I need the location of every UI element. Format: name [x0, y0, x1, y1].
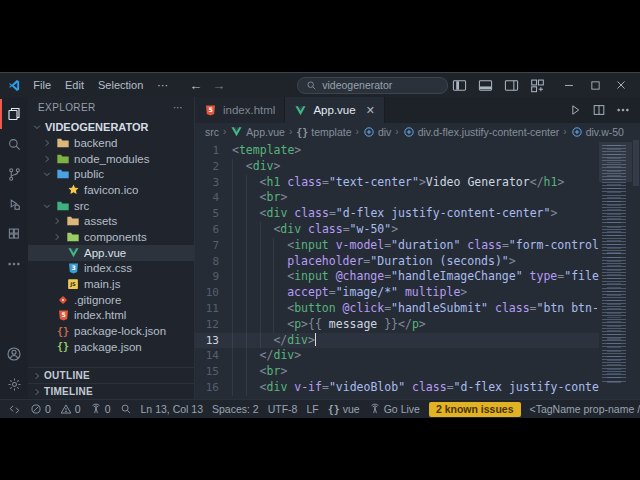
- tree-item-public[interactable]: public: [28, 166, 194, 182]
- code-line-8[interactable]: 8 placeholder="Duration (seconds)">: [195, 254, 599, 270]
- tree-item-label: main.js: [84, 278, 120, 290]
- tab-app-vue[interactable]: App.vue✕: [285, 97, 384, 123]
- tree-item-node-modules[interactable]: node_modules: [28, 151, 194, 167]
- menu-edit[interactable]: Edit: [58, 75, 91, 95]
- tab-index-html[interactable]: 5index.html: [195, 97, 285, 123]
- folder-file-icon: [56, 136, 70, 150]
- activity-search[interactable]: [0, 129, 28, 159]
- activity-explorer[interactable]: [0, 99, 28, 129]
- code-line-14[interactable]: 14 </div>: [195, 348, 599, 364]
- tree-item-main-js[interactable]: JSmain.js: [28, 276, 194, 292]
- line-number: 12: [195, 317, 232, 333]
- code-line-10[interactable]: 10 accept="image/*" multiple>: [195, 285, 599, 301]
- breadcrumb-item[interactable]: src: [205, 126, 219, 138]
- status-errors[interactable]: 0: [30, 403, 51, 415]
- code-line-11[interactable]: 11 <button @click="handleSubmit" class="…: [195, 301, 599, 317]
- explorer-sidebar: EXPLORER ⋯ VIDEOGENERATOR backendnode_mo…: [28, 97, 195, 399]
- activity-extensions[interactable]: [0, 219, 28, 249]
- timeline-section[interactable]: TIMELINE: [28, 383, 194, 399]
- code-line-15[interactable]: 15 <br>: [195, 364, 599, 380]
- tree-item-assets[interactable]: assets: [28, 213, 194, 229]
- nav-back-icon[interactable]: ←: [189, 78, 202, 93]
- tree-item-app-vue[interactable]: App.vue: [28, 245, 194, 261]
- tree-item--gitignore[interactable]: .gitignore: [28, 292, 194, 308]
- warning-icon: [60, 403, 72, 415]
- status-zoom-indicator[interactable]: [120, 403, 132, 415]
- status-remote-indicator[interactable]: [8, 403, 21, 416]
- code-line-16[interactable]: 16 <div v-if="videoBlob" class="d-flex j…: [195, 380, 599, 396]
- tree-item-favicon-ico[interactable]: favicon.ico: [28, 182, 194, 198]
- sidebar-more-icon[interactable]: ⋯: [173, 102, 184, 113]
- status-known-issues[interactable]: 2 known issues: [429, 402, 521, 417]
- code-line-5[interactable]: 5 <div class="d-flex justify-content-cen…: [195, 206, 599, 222]
- status-go-live[interactable]: Go Live: [369, 403, 420, 415]
- status-language-mode[interactable]: {}vue: [328, 403, 360, 415]
- chevron-down-icon: [32, 121, 42, 133]
- nav-forward-icon[interactable]: →: [212, 78, 225, 93]
- tree-item-index-css[interactable]: 3index.css: [28, 261, 194, 277]
- menu-selection[interactable]: Selection: [91, 75, 150, 95]
- code-line-7[interactable]: 7 <input v-model="duration" class="form-…: [195, 238, 599, 254]
- code-line-1[interactable]: 1<template>: [195, 143, 599, 159]
- breadcrumb-item[interactable]: {}template: [296, 126, 351, 138]
- layout-sidebar-right-icon[interactable]: [500, 75, 522, 95]
- tree-item-src[interactable]: src: [28, 198, 194, 214]
- status-warnings[interactable]: 0: [60, 403, 81, 415]
- activity-settings[interactable]: [0, 369, 28, 399]
- activity-account[interactable]: [0, 339, 28, 369]
- element-icon: [571, 126, 583, 138]
- activity-source-control[interactable]: [0, 159, 28, 189]
- status-eol[interactable]: LF: [306, 403, 318, 415]
- minimap[interactable]: [599, 140, 632, 399]
- code-line-9[interactable]: 9 <input @change="handleImageChange" typ…: [195, 269, 599, 285]
- layout-grid-icon[interactable]: [526, 75, 548, 95]
- code-line-3[interactable]: 3 <h1 class="text-center">Video Generato…: [195, 175, 599, 191]
- breadcrumb-item[interactable]: div.w-50: [571, 126, 624, 138]
- more-icon[interactable]: [616, 103, 630, 117]
- code-line-6[interactable]: 6 <div class="w-50">: [195, 222, 599, 238]
- star-file-icon: [66, 183, 80, 197]
- breadcrumb-separator: ›: [356, 126, 359, 137]
- breadcrumb-item[interactable]: App.vue: [230, 125, 285, 138]
- code-line-4[interactable]: 4 <br>: [195, 190, 599, 206]
- json-file-icon: {}: [56, 340, 70, 354]
- maximize-icon[interactable]: [582, 75, 608, 95]
- status-indentation[interactable]: Spaces: 2: [212, 403, 259, 415]
- command-center-search[interactable]: videogenerator: [297, 77, 448, 94]
- status-tag-helper[interactable]: <TagName prop-name />: [530, 403, 640, 415]
- error-icon: [30, 403, 42, 415]
- status-encoding[interactable]: UTF-8: [268, 403, 298, 415]
- tree-item-label: assets: [84, 215, 117, 227]
- split-editor-icon[interactable]: [592, 103, 606, 117]
- tree-item-components[interactable]: components: [28, 229, 194, 245]
- tree-root-videogenerator[interactable]: VIDEOGENERATOR: [28, 118, 194, 135]
- status-ports[interactable]: 0: [90, 403, 111, 415]
- layout-panel-bottom-icon[interactable]: [474, 75, 496, 95]
- code-line-12[interactable]: 12 <p>{{ message }}</p>: [195, 317, 599, 333]
- tree-item-package-lock-json[interactable]: {}package-lock.json: [28, 323, 194, 339]
- activity-run-and-debug[interactable]: [0, 189, 28, 219]
- tree-item-index-html[interactable]: 5index.html: [28, 308, 194, 324]
- layout-sidebar-left-icon[interactable]: [448, 75, 470, 95]
- tree-item-backend[interactable]: backend: [28, 135, 194, 151]
- code-area: 1<template>2 <div>3 <h1 class="text-cent…: [195, 140, 640, 399]
- run-icon[interactable]: [568, 103, 582, 117]
- editor-scrollbar[interactable]: [632, 140, 640, 399]
- close-icon[interactable]: [608, 75, 634, 95]
- line-number: 9: [195, 269, 232, 285]
- breadcrumb-item[interactable]: div: [363, 126, 391, 138]
- title-bar: FileEditSelection⋯ ← → videogenerator: [0, 73, 640, 97]
- status-cursor-position[interactable]: Ln 13, Col 13: [141, 403, 203, 415]
- code-editor[interactable]: 1<template>2 <div>3 <h1 class="text-cent…: [195, 140, 599, 399]
- breadcrumb-item[interactable]: div.d-flex.justify-content-center: [403, 126, 560, 138]
- outline-section[interactable]: OUTLINE: [28, 367, 194, 383]
- close-icon[interactable]: ✕: [366, 104, 375, 117]
- activity-more-views[interactable]: [0, 249, 28, 279]
- code-line-13[interactable]: 13 </div>: [195, 333, 599, 349]
- code-line-2[interactable]: 2 <div>: [195, 159, 599, 175]
- menu-[interactable]: ⋯: [150, 75, 175, 95]
- menu-file[interactable]: File: [26, 75, 58, 95]
- minimize-icon[interactable]: [556, 75, 582, 95]
- tree-item-package-json[interactable]: {}package.json: [28, 339, 194, 355]
- tree-item-label: package-lock.json: [74, 325, 166, 337]
